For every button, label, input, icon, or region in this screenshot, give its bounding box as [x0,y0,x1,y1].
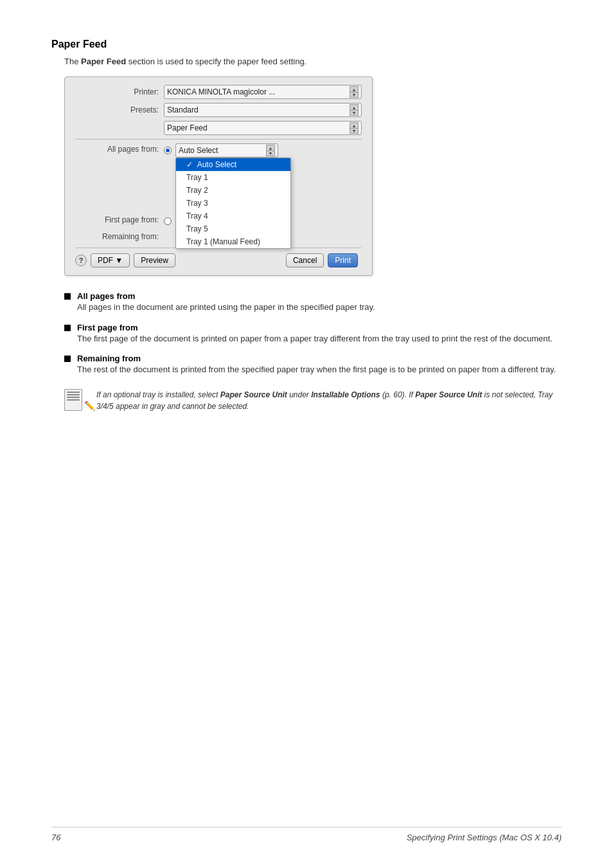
bullet-desc-2: The rest of the document is printed from… [77,365,556,374]
first-page-radio[interactable] [164,217,172,225]
note-line [67,394,80,395]
all-pages-dropdown[interactable]: Auto Select ▲ ▼ [175,143,278,158]
stepper-down-icon[interactable]: ▼ [266,150,275,156]
dropdown-item-tray4[interactable]: Tray 4 [176,210,290,222]
paperfeed-value: Paper Feed [167,123,347,132]
preview-button[interactable]: Preview [134,253,175,267]
note-paper-icon [64,389,82,411]
bullet-desc-1: The first page of the document is printe… [77,334,553,343]
stepper-up-icon[interactable]: ▲ [350,86,359,92]
bullet-desc-0: All pages in the document are printed us… [77,302,375,312]
dropdown-menu: ✓ Auto Select Tray 1 Tray 2 Tray 3 Tray … [175,158,291,249]
dropdown-item-tray5[interactable]: Tray 5 [176,222,290,235]
print-button[interactable]: Print [328,253,358,267]
paperfeed-select[interactable]: Paper Feed ▲ ▼ [164,121,362,135]
divider [75,139,362,140]
page-title: Paper Feed [51,39,562,50]
note-line [67,399,80,401]
all-pages-label: All pages from: [75,143,159,154]
footer-page-number: 76 [51,833,60,842]
stepper-up-icon[interactable]: ▲ [350,104,359,110]
stepper-down-icon[interactable]: ▼ [350,110,359,116]
remaining-label: Remaining from: [75,231,159,241]
paperfeed-row: Paper Feed ▲ ▼ [75,121,362,135]
bullet-icon [64,293,71,300]
presets-row: Presets: Standard ▲ ▼ [75,103,362,117]
bullet-content-0: All pages from All pages in the document… [77,291,562,314]
intro-paragraph: The Paper Feed section is used to specif… [64,57,562,66]
stepper-up-icon[interactable]: ▲ [266,145,275,150]
paperfeed-stepper[interactable]: ▲ ▼ [350,122,359,134]
bullet-icon [64,325,71,331]
printer-select[interactable]: KONICA MINOLTA magicolor ... ▲ ▼ [164,85,362,99]
bullet-content-2: Remaining from The rest of the document … [77,354,562,376]
first-page-label: First page from: [75,214,159,224]
dropdown-item-tray1[interactable]: Tray 1 [176,171,290,184]
page-footer: 76 Specifying Print Settings (Mac OS X 1… [51,827,562,842]
bullet-icon [64,356,71,362]
dropdown-item-tray1manual[interactable]: Tray 1 (Manual Feed) [176,235,290,248]
printer-stepper[interactable]: ▲ ▼ [350,86,359,98]
dropdown-item-tray2[interactable]: Tray 2 [176,184,290,197]
bullet-item-1: First page from The first page of the do… [64,323,562,345]
presets-stepper[interactable]: ▲ ▼ [350,104,359,116]
note-box: ✏️ If an optional tray is installed, sel… [64,389,562,412]
bullet-content-1: First page from The first page of the do… [77,323,562,345]
all-pages-radio[interactable] [164,147,172,154]
printer-row: Printer: KONICA MINOLTA magicolor ... ▲ … [75,85,362,99]
dropdown-stepper[interactable]: ▲ ▼ [266,145,275,156]
note-icon: ✏️ [64,389,90,412]
bullet-item-0: All pages from All pages in the document… [64,291,562,314]
help-button[interactable]: ? [75,255,87,266]
radio-empty-icon [164,217,172,225]
intro-bold: Paper Feed [81,57,126,66]
note-text: If an optional tray is installed, select… [96,389,562,412]
bullet-title-2: Remaining from [77,354,141,363]
bullet-list: All pages from All pages in the document… [64,291,562,376]
bullet-item-2: Remaining from The rest of the document … [64,354,562,376]
cancel-button[interactable]: Cancel [286,253,324,267]
pencil-icon: ✏️ [84,401,95,411]
footer-title: Specifying Print Settings (Mac OS X 10.4… [407,833,562,842]
dialog-bottom-bar: ? PDF ▼ Preview Cancel Print [75,248,362,267]
print-dialog: Printer: KONICA MINOLTA magicolor ... ▲ … [64,77,373,276]
dropdown-item-autoselect[interactable]: ✓ Auto Select [176,158,290,171]
printer-value: KONICA MINOLTA magicolor ... [167,87,347,96]
all-pages-dropdown-container: Auto Select ▲ ▼ ✓ Auto Select Tray 1 Tra… [175,143,278,158]
bullet-title-0: All pages from [77,291,135,301]
bullet-title-1: First page from [77,323,138,332]
note-line [67,397,80,398]
all-pages-row: All pages from: Auto Select ▲ ▼ ✓ Auto S… [75,143,362,158]
stepper-down-icon[interactable]: ▼ [350,128,359,134]
dropdown-item-tray3[interactable]: Tray 3 [176,197,290,210]
presets-value: Standard [167,105,347,114]
pdf-button[interactable]: PDF ▼ [91,253,130,267]
radio-selected-icon [164,147,172,154]
presets-label: Presets: [75,105,159,114]
stepper-up-icon[interactable]: ▲ [350,122,359,128]
stepper-down-icon[interactable]: ▼ [350,92,359,98]
dropdown-selected-value: Auto Select [179,146,263,155]
presets-select[interactable]: Standard ▲ ▼ [164,103,362,117]
printer-label: Printer: [75,87,159,96]
note-line [67,392,80,393]
